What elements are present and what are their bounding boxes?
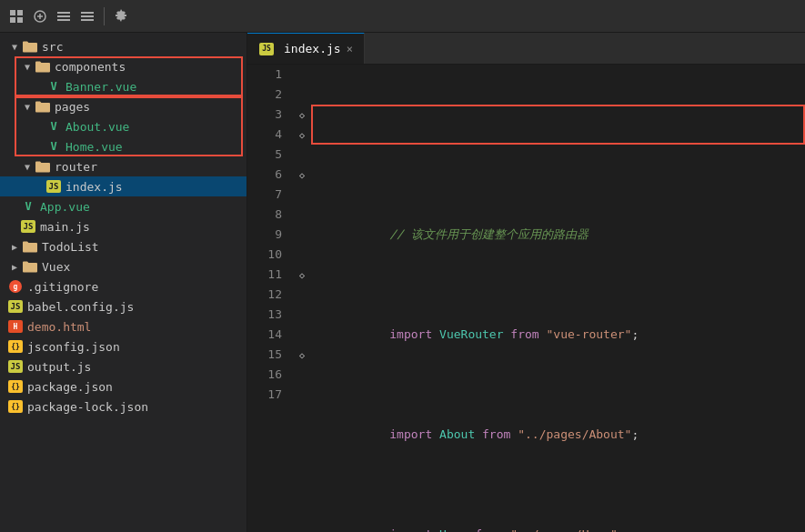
folder-vuex-icon [22, 258, 38, 275]
sidebar-item-components[interactable]: components [0, 56, 247, 76]
gutter-4: ◇ [293, 125, 311, 145]
json-package-icon: {} [7, 378, 24, 395]
tab-index-js[interactable]: JS index.js × [247, 33, 365, 64]
demo-html-label: demo.html [27, 320, 243, 334]
output-js-label: output.js [27, 360, 243, 374]
sidebar-item-todolist[interactable]: TodoList [0, 236, 247, 256]
main-container: src components V Banner.vue [0, 33, 805, 532]
arrow-todolist [7, 239, 22, 254]
arrow-components [20, 59, 35, 74]
toolbar-divider [104, 7, 105, 25]
gutter-7 [293, 185, 311, 205]
sidebar-item-src[interactable]: src [0, 36, 247, 56]
package-json-label: package.json [27, 380, 243, 394]
pages-label: pages [55, 100, 243, 114]
gutter: ◇ ◇ ◇ ◇ ◇ [293, 65, 311, 532]
sidebar-item-gitignore[interactable]: g .gitignore [0, 276, 247, 296]
grid-icon[interactable] [7, 7, 25, 25]
svg-rect-7 [57, 12, 70, 14]
svg-rect-1 [17, 10, 23, 15]
vue-home-icon: V [45, 138, 62, 155]
folder-todolist-icon [22, 238, 38, 255]
sidebar-item-babel[interactable]: JS babel.config.js [0, 296, 247, 316]
router-label: router [55, 160, 243, 174]
svg-rect-9 [57, 19, 70, 21]
svg-rect-3 [17, 17, 23, 23]
add-icon[interactable] [31, 7, 49, 25]
gutter-12 [293, 285, 311, 305]
sidebar-item-jsconfig[interactable]: {} jsconfig.json [0, 336, 247, 356]
home-label: Home.vue [65, 140, 243, 154]
toolbar [0, 0, 805, 33]
todolist-label: TodoList [42, 240, 243, 254]
sidebar-item-pages[interactable]: pages [0, 96, 247, 116]
about-label: About.vue [65, 120, 243, 134]
sidebar-item-router[interactable]: router [0, 156, 247, 176]
sidebar-item-about[interactable]: V About.vue [0, 116, 247, 136]
vue-about-icon: V [45, 118, 62, 135]
gutter-13 [293, 305, 311, 325]
sidebar-item-index-js[interactable]: JS index.js [0, 176, 247, 196]
gutter-11: ◇ [293, 265, 311, 285]
html-demo-icon: H [7, 318, 24, 335]
js-output-icon: JS [7, 358, 24, 375]
arrow-pages [20, 99, 35, 114]
line-numbers: 1 2 3 4 5 6 7 8 9 10 11 12 13 14 15 16 1… [247, 65, 293, 532]
code-line-4: import Home from "../pages/Home"; [318, 505, 805, 525]
code-line-1: // 该文件用于创建整个应用的路由器 [318, 205, 805, 225]
editor-container: JS index.js × 1 2 3 4 5 6 7 8 9 10 11 12 [247, 33, 805, 532]
code-content[interactable]: // 该文件用于创建整个应用的路由器 import VueRouter from… [311, 65, 805, 532]
line1-comment: // 该文件用于创建整个应用的路由器 [389, 227, 588, 241]
tab-bar: JS index.js × [247, 33, 805, 65]
babel-label: babel.config.js [27, 300, 243, 314]
svg-rect-12 [81, 19, 94, 21]
banner-label: Banner.vue [65, 80, 243, 94]
folder-router-icon [35, 158, 51, 175]
gutter-10 [293, 245, 311, 265]
svg-rect-10 [81, 12, 94, 14]
json-package-lock-icon: {} [7, 398, 24, 415]
js-index-icon: JS [45, 178, 62, 195]
sidebar-item-package-lock[interactable]: {} package-lock.json [0, 396, 247, 417]
svg-rect-8 [57, 15, 70, 17]
sidebar-item-banner[interactable]: V Banner.vue [0, 76, 247, 96]
arrow-router [20, 159, 35, 174]
sidebar-item-output-js[interactable]: JS output.js [0, 356, 247, 376]
vue-app-icon: V [20, 198, 36, 215]
sidebar-item-app[interactable]: V App.vue [0, 196, 247, 216]
package-lock-label: package-lock.json [27, 400, 243, 414]
tab-close-button[interactable]: × [347, 43, 353, 55]
index-js-label: index.js [65, 180, 243, 194]
json-jsconfig-icon: {} [7, 338, 24, 355]
sidebar-item-vuex[interactable]: Vuex [0, 256, 247, 276]
sidebar-item-home[interactable]: V Home.vue [0, 136, 247, 156]
settings-icon[interactable] [112, 7, 130, 25]
gutter-15: ◇ [293, 345, 311, 365]
gutter-2 [293, 85, 311, 105]
folder-components-icon [35, 58, 51, 75]
svg-rect-2 [10, 17, 15, 23]
js-babel-icon: JS [7, 298, 24, 315]
vue-banner-icon: V [45, 78, 62, 95]
arrow-vuex [7, 259, 22, 274]
code-line-2: import VueRouter from "vue-router"; [318, 305, 805, 325]
folder-pages-icon [35, 98, 51, 115]
arrow-src [7, 39, 22, 54]
sidebar-item-main-js[interactable]: JS main.js [0, 216, 247, 236]
main-js-label: main.js [40, 220, 243, 234]
vuex-label: Vuex [42, 260, 243, 274]
folder-src-icon [22, 38, 38, 55]
components-label: components [55, 60, 243, 74]
sidebar-item-package-json[interactable]: {} package.json [0, 376, 247, 396]
tab-label: index.js [284, 42, 341, 55]
gutter-8 [293, 205, 311, 225]
editor-body[interactable]: 1 2 3 4 5 6 7 8 9 10 11 12 13 14 15 16 1… [247, 65, 805, 532]
gutter-1 [293, 65, 311, 85]
gutter-9 [293, 225, 311, 245]
tab-js-icon: JS [258, 41, 275, 57]
list-icon[interactable] [55, 7, 73, 25]
list2-icon[interactable] [78, 7, 96, 25]
gutter-14 [293, 325, 311, 345]
sidebar-item-demo-html[interactable]: H demo.html [0, 316, 247, 336]
gutter-6: ◇ [293, 165, 311, 185]
